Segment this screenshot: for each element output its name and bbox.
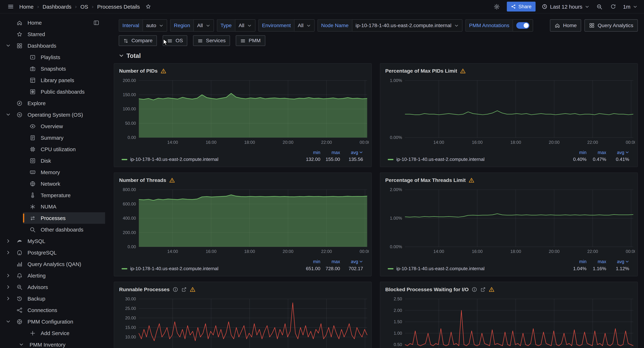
services-link-button[interactable]: Services [193,35,230,46]
legend-series-row[interactable]: ip-10-178-1-40.us-east-2.compute.interna… [122,264,363,273]
filter-value-dropdown[interactable]: All [235,19,256,32]
sidebar-item-processes[interactable]: Processes [0,212,105,224]
legend-sort-min[interactable]: min [567,259,586,264]
warning-icon[interactable] [190,287,196,292]
sidebar-item-memory[interactable]: Memory [0,166,105,178]
home-button[interactable]: Home [550,19,581,32]
warning-icon[interactable] [160,68,166,74]
panel-title: Runnable Processes [119,287,170,292]
refresh-interval-picker[interactable]: 1m [623,4,637,10]
legend-series-name[interactable]: ip-10-178-1-40.us-east-2.compute.interna… [388,157,567,162]
sidebar-item-disk[interactable]: Disk [0,155,105,166]
sidebar-item-advisors[interactable]: Advisors [0,281,105,293]
chart-plot[interactable]: 200.00150.00100.0050.000.0014:0016:0018:… [118,77,369,147]
legend-series-name[interactable]: ip-10-178-1-40.us-east-2.compute.interna… [388,266,567,271]
sidebar-item-temperature[interactable]: Temperature [0,189,105,201]
filter-value-dropdown[interactable]: ip-10-178-1-40.us-east-2.compute.interna… [352,19,462,32]
sidebar-item-mysql[interactable]: MySQL [0,235,105,247]
sidebar-item-connections[interactable]: Connections [0,304,105,316]
legend-sort-min[interactable]: min [300,259,320,264]
legend-sort-min[interactable]: min [300,150,320,154]
sidebar-item-home[interactable]: Home [0,17,105,28]
chart-plot[interactable]: 800.00600.00400.00200.000.0014:0016:0018… [118,186,369,256]
eye-icon [30,123,36,129]
sidebar-item-alerting[interactable]: Alerting [0,270,105,281]
legend-sort-max[interactable]: max [320,150,340,154]
sidebar-item-overview[interactable]: Overview [0,120,105,132]
legend-sort-avg[interactable]: avg [606,150,629,154]
dock-icon[interactable] [93,20,100,26]
time-range-picker[interactable]: Last 12 hours [542,4,589,10]
legend-sort-avg[interactable]: avg [340,259,363,264]
sidebar-item-playlists[interactable]: Playlists [0,52,105,63]
refresh-button[interactable] [610,3,617,10]
legend-sort-avg[interactable]: avg [606,259,629,264]
legend-sort-max[interactable]: max [586,150,606,154]
sidebar-item-postgresql[interactable]: PostgreSQL [0,247,105,258]
filter-value-dropdown[interactable]: All [194,19,214,32]
filter-value-dropdown[interactable]: auto [142,19,168,32]
warning-icon[interactable] [460,68,466,74]
chart-plot[interactable]: 2.502.001.501.000.5014:0016:0018:0020:00… [384,296,635,348]
external-link-icon[interactable] [480,287,486,292]
sidebar-item-add-service[interactable]: Add Service [0,327,105,339]
warning-icon[interactable] [468,178,474,183]
sidebar-item-library-panels[interactable]: Library panels [0,74,105,86]
menu-toggle-button[interactable] [7,2,15,11]
legend-series-name[interactable]: ip-10-178-1-40.us-east-2.compute.interna… [122,157,300,162]
sidebar-item-backup[interactable]: Backup [0,293,105,304]
legend-series-name[interactable]: ip-10-178-1-40.us-east-2.compute.interna… [122,266,300,271]
panel-header[interactable]: Blocked Processes Waiting for I/O [384,285,634,294]
sidebar-item-summary[interactable]: Summary [0,132,105,143]
compare-link-button[interactable]: Compare [119,35,157,46]
chart-plot[interactable]: 30.0025.0020.0015.0010.0014:0016:0018:00… [118,296,369,348]
legend-series-row[interactable]: ip-10-178-1-40.us-east-2.compute.interna… [388,155,629,164]
info-icon[interactable] [472,287,477,292]
breadcrumb-os[interactable]: OS [80,4,88,10]
sidebar-item-query-analytics-qan[interactable]: Query Analytics (QAN) [0,258,105,270]
breadcrumb-processes-details[interactable]: Processes Details [97,4,140,10]
legend-sort-max[interactable]: max [586,259,606,264]
os-link-button[interactable]: OS [163,35,188,46]
warning-icon[interactable] [489,287,494,292]
legend-sort-max[interactable]: max [320,259,340,264]
panel-header[interactable]: Percentage of Max PIDs Limit [384,66,634,76]
info-icon[interactable] [172,287,178,292]
panel-header[interactable]: Percentage of Max Threads Limit [384,176,634,185]
sidebar-item-public-dashboards[interactable]: Public dashboards [0,86,105,97]
pmm-link-button[interactable]: PMM [236,35,265,46]
breadcrumb-home[interactable]: Home [19,4,34,10]
share-button[interactable]: Share [507,2,536,12]
sidebar-item-numa[interactable]: NUMA [0,201,105,212]
svg-text:200.00: 200.00 [123,230,136,235]
sidebar-item-snapshots[interactable]: Snapshots [0,63,105,74]
sidebar-item-cpu-utilization[interactable]: CPU utilization [0,143,105,155]
query-analytics-button[interactable]: Query Analytics [584,19,638,32]
sidebar-item-pmm-inventory[interactable]: PMM Inventory [0,339,105,348]
sidebar-item-pmm-configuration[interactable]: PMM Configuration [0,316,105,327]
chart-plot[interactable]: 2.00%1.00%0.00%14:0016:0018:0020:0022:00… [384,186,635,256]
legend-series-row[interactable]: ip-10-178-1-40.us-east-2.compute.interna… [388,264,629,273]
panel-header[interactable]: Number of Threads [118,176,368,185]
panel-header[interactable]: Number of PIDs [118,66,368,76]
sidebar-item-starred[interactable]: Starred [0,28,105,40]
legend-sort-min[interactable]: min [567,150,586,154]
annotations-toggle[interactable] [516,22,530,29]
favorite-star-icon[interactable] [144,3,152,10]
filter-value-dropdown[interactable]: All [294,19,315,32]
panel-header[interactable]: Runnable Processes [118,285,368,294]
zoom-out-time-button[interactable] [596,3,603,10]
legend-sort-avg[interactable]: avg [340,150,363,154]
warning-icon[interactable] [169,178,175,183]
section-header-total[interactable]: Total [119,52,638,59]
sidebar-item-operating-system-os[interactable]: Operating System (OS) [0,109,105,120]
legend-series-row[interactable]: ip-10-178-1-40.us-east-2.compute.interna… [122,155,363,164]
dashboard-settings-button[interactable] [493,3,501,10]
sidebar-item-dashboards[interactable]: Dashboards [0,40,105,52]
breadcrumb-dashboards[interactable]: Dashboards [42,4,72,10]
chart-plot[interactable]: 1.00%0.00%14:0016:0018:0020:0022:0000:00 [384,77,635,147]
sidebar-item-network[interactable]: Network [0,178,105,189]
sidebar-item-explore[interactable]: Explore [0,97,105,109]
sidebar-item-other-dashboards[interactable]: Other dashboards [0,224,105,235]
external-link-icon[interactable] [181,287,187,292]
